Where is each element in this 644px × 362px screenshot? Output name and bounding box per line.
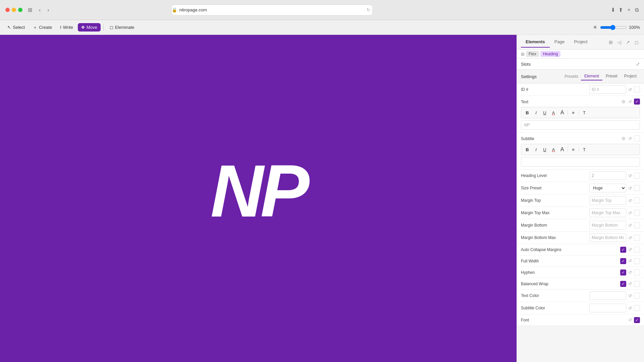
balanced-wrap-outer-toggle[interactable]: [634, 281, 640, 287]
full-width-outer-toggle[interactable]: [634, 258, 640, 264]
size-preset-select[interactable]: Huge Large Medium Small: [589, 184, 626, 192]
maximize-button[interactable]: [18, 8, 22, 12]
margin-bottom-toggle[interactable]: [634, 222, 640, 228]
subtitle-color-toggle[interactable]: [634, 305, 640, 311]
tab-project[interactable]: Project: [621, 72, 640, 80]
margin-top-input[interactable]: [589, 196, 626, 205]
underline-button[interactable]: U: [541, 109, 549, 117]
hyphen-reset-button[interactable]: ↺: [628, 269, 633, 276]
tab-elements[interactable]: Elements: [521, 37, 550, 48]
eliminate-button[interactable]: ◻ Eleminate: [106, 23, 138, 32]
subtitle-content-input[interactable]: [521, 157, 640, 167]
tab-project[interactable]: Project: [569, 37, 592, 48]
heading-level-input[interactable]: [589, 171, 626, 180]
margin-top-max-reset-button[interactable]: ↺: [628, 210, 633, 216]
tabs-icon[interactable]: ⧉: [635, 7, 639, 13]
tab-page[interactable]: Page: [550, 37, 569, 48]
size-preset-reset-button[interactable]: ↺: [628, 185, 633, 191]
tab-preset[interactable]: Preset: [602, 72, 621, 80]
share-icon[interactable]: ⬆: [619, 7, 623, 13]
auto-collapse-outer-toggle[interactable]: [634, 247, 640, 253]
font-toggle[interactable]: ✓: [634, 317, 640, 323]
margin-top-reset-button[interactable]: ↺: [628, 197, 633, 204]
italic-button[interactable]: I: [532, 109, 540, 117]
heading-level-toggle[interactable]: [634, 173, 640, 179]
subtitle-settings-icon[interactable]: ⚙: [621, 135, 626, 142]
panel-icon-4[interactable]: ◻: [633, 38, 640, 46]
full-width-toggle[interactable]: ✓: [620, 258, 626, 264]
hyphen-outer-toggle[interactable]: [634, 269, 640, 276]
panel-tabs: Elements Page Project ⊞ ◁ ↗ ◻: [517, 35, 644, 50]
id-input[interactable]: [589, 85, 626, 94]
font-size-button[interactable]: A: [558, 109, 566, 117]
back-button[interactable]: ‹: [38, 6, 42, 14]
text-content-input[interactable]: [521, 120, 640, 130]
id-toggle-button[interactable]: [634, 86, 640, 93]
align-button[interactable]: ≡: [569, 109, 577, 117]
clear-format-button[interactable]: T: [580, 109, 588, 117]
slots-expand-button[interactable]: ⤢: [636, 61, 640, 67]
create-button[interactable]: ＋ Create: [30, 23, 55, 32]
sub-underline-button[interactable]: U: [541, 145, 549, 154]
subtitle-toggle-button[interactable]: [634, 135, 640, 141]
text-color-swatch[interactable]: [589, 291, 626, 300]
sub-bold-button[interactable]: B: [523, 145, 531, 154]
balanced-wrap-toggle[interactable]: ✓: [620, 281, 626, 287]
sidebar-toggle-button[interactable]: ⊞: [26, 5, 34, 14]
minimize-button[interactable]: [12, 8, 16, 12]
sub-align-button[interactable]: ≡: [569, 145, 577, 154]
write-button[interactable]: I Write: [57, 23, 76, 32]
sub-fmt-separator-2: [579, 147, 579, 152]
full-width-reset-button[interactable]: ↺: [628, 258, 633, 264]
sub-italic-button[interactable]: I: [532, 145, 540, 154]
sub-font-size-button[interactable]: A: [558, 145, 566, 154]
text-toggle-button[interactable]: ✓: [634, 99, 640, 105]
panel-icon-2[interactable]: ◁: [616, 38, 623, 46]
sub-color-button[interactable]: A: [549, 145, 557, 154]
zoom-slider[interactable]: [600, 25, 627, 30]
size-preset-toggle[interactable]: [634, 185, 640, 191]
color-button[interactable]: A: [549, 109, 557, 117]
panel-icon-1[interactable]: ⊞: [607, 38, 614, 46]
heading-level-reset-button[interactable]: ↺: [628, 173, 633, 179]
panel-icon-3[interactable]: ↗: [625, 38, 631, 46]
text-color-toggle[interactable]: [634, 293, 640, 299]
balanced-wrap-reset-button[interactable]: ↺: [628, 281, 633, 287]
auto-collapse-toggle[interactable]: ✓: [620, 247, 626, 253]
id-reset-button[interactable]: ↺: [628, 86, 633, 93]
text-reset-button[interactable]: ↺: [628, 99, 633, 105]
breadcrumb-flex[interactable]: Flex: [526, 51, 539, 57]
auto-collapse-reset-button[interactable]: ↺: [628, 246, 633, 253]
text-settings-icon[interactable]: ⚙: [621, 99, 626, 105]
presets-label[interactable]: Presets: [565, 74, 578, 79]
margin-top-max-toggle[interactable]: [634, 210, 640, 216]
subtitle-color-reset-button[interactable]: ↺: [628, 305, 633, 311]
margin-top-toggle[interactable]: [634, 197, 640, 203]
hyphen-toggle[interactable]: ✓: [620, 269, 626, 276]
tab-element[interactable]: Element: [581, 72, 602, 80]
margin-bottom-max-reset-button[interactable]: ↺: [628, 235, 633, 241]
sub-clear-format-button[interactable]: T: [580, 145, 588, 154]
margin-bottom-input[interactable]: [589, 221, 626, 230]
breadcrumb-heading[interactable]: Heading: [540, 51, 561, 57]
text-color-reset-button[interactable]: ↺: [628, 293, 633, 299]
new-tab-icon[interactable]: ＋: [626, 6, 632, 13]
margin-top-max-label: Margin Top Max: [521, 210, 589, 215]
margin-bottom-reset-button[interactable]: ↺: [628, 222, 633, 229]
url-bar[interactable]: 🔒 nitropage.com ↻: [171, 5, 373, 15]
margin-bottom-max-toggle[interactable]: [634, 235, 640, 241]
margin-top-max-input[interactable]: [589, 208, 626, 217]
subtitle-reset-button[interactable]: ↺: [628, 135, 633, 142]
settings-panel[interactable]: Settings Presets Element Preset Project …: [517, 70, 644, 362]
select-button[interactable]: ↖ Select: [4, 23, 28, 32]
margin-bottom-max-input[interactable]: [589, 233, 626, 242]
forward-button[interactable]: ›: [46, 6, 50, 14]
close-button[interactable]: [5, 8, 10, 12]
brightness-icon[interactable]: ☀: [593, 24, 597, 31]
font-reset-button[interactable]: ↺: [628, 317, 633, 323]
subtitle-color-swatch[interactable]: [589, 304, 626, 312]
reload-icon[interactable]: ↻: [367, 7, 370, 12]
bold-button[interactable]: B: [523, 109, 531, 117]
move-button[interactable]: ✥ Move: [78, 23, 101, 32]
download-icon[interactable]: ⬇: [611, 7, 615, 13]
